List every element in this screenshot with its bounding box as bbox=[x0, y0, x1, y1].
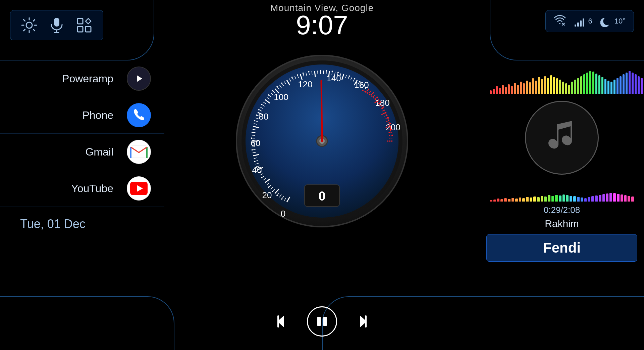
svg-point-110 bbox=[303, 73, 304, 74]
app-item-poweramp[interactable]: Poweramp bbox=[0, 60, 164, 97]
youtube-icon bbox=[127, 176, 151, 201]
app-label-youtube: YouTube bbox=[20, 182, 113, 195]
svg-point-138 bbox=[359, 81, 361, 82]
left-sidebar: Poweramp Phone Gmail bbox=[0, 60, 164, 350]
app-item-phone[interactable]: Phone bbox=[0, 97, 164, 134]
svg-point-68 bbox=[251, 137, 252, 139]
svg-point-163 bbox=[389, 123, 391, 124]
svg-point-82 bbox=[258, 109, 260, 111]
poweramp-icon bbox=[127, 67, 151, 91]
svg-point-51 bbox=[258, 172, 260, 173]
svg-line-115 bbox=[315, 71, 315, 77]
svg-point-132 bbox=[348, 75, 350, 77]
svg-point-93 bbox=[272, 90, 273, 91]
app-label-gmail: Gmail bbox=[20, 146, 113, 158]
app-item-gmail[interactable]: Gmail bbox=[0, 134, 164, 170]
svg-rect-178 bbox=[317, 317, 321, 326]
song-title-display[interactable]: Fendi bbox=[486, 234, 637, 262]
speedometer-svg: 0 20 40 60 80 100 120 140 160 180 200 0 bbox=[235, 54, 409, 228]
svg-marker-13 bbox=[137, 75, 142, 82]
svg-line-116 bbox=[318, 71, 318, 74]
svg-point-62 bbox=[252, 149, 253, 150]
svg-point-155 bbox=[383, 106, 384, 108]
svg-rect-179 bbox=[323, 317, 327, 326]
date-container: Tue, 01 Dec bbox=[0, 207, 164, 238]
svg-point-57 bbox=[254, 161, 255, 162]
gmail-icon bbox=[127, 140, 151, 164]
svg-point-169 bbox=[391, 134, 393, 136]
svg-point-107 bbox=[297, 74, 298, 76]
media-controls bbox=[275, 306, 369, 337]
top-header: Mountain View, Google 9:07 bbox=[0, 0, 644, 39]
svg-point-118 bbox=[320, 70, 321, 71]
progress-display: 0:29/2:08 bbox=[544, 205, 580, 215]
svg-point-40 bbox=[272, 191, 273, 192]
svg-rect-177 bbox=[277, 315, 279, 327]
equalizer-lower bbox=[486, 181, 637, 202]
next-track-button[interactable] bbox=[351, 312, 369, 331]
svg-text:0: 0 bbox=[281, 209, 285, 219]
svg-point-127 bbox=[337, 72, 339, 73]
app-label-phone: Phone bbox=[20, 109, 113, 122]
svg-point-121 bbox=[326, 70, 327, 71]
music-album-art[interactable] bbox=[525, 101, 599, 175]
svg-text:60: 60 bbox=[251, 138, 261, 148]
svg-rect-14 bbox=[131, 146, 147, 158]
app-label-poweramp: Poweramp bbox=[20, 73, 113, 85]
svg-point-152 bbox=[380, 101, 381, 103]
svg-point-113 bbox=[308, 71, 310, 73]
svg-point-149 bbox=[377, 97, 378, 98]
svg-point-99 bbox=[281, 83, 282, 84]
svg-point-54 bbox=[256, 166, 257, 168]
phone-icon bbox=[127, 103, 151, 127]
equalizer-upper bbox=[486, 64, 637, 94]
svg-point-85 bbox=[261, 104, 262, 105]
svg-point-34 bbox=[281, 198, 282, 200]
svg-line-63 bbox=[252, 147, 255, 147]
pause-button[interactable] bbox=[307, 306, 337, 337]
svg-point-37 bbox=[276, 195, 278, 196]
svg-line-69 bbox=[252, 135, 255, 135]
svg-point-90 bbox=[268, 94, 269, 96]
svg-point-141 bbox=[364, 84, 365, 86]
svg-rect-181 bbox=[365, 315, 367, 327]
svg-point-43 bbox=[268, 186, 269, 188]
speed-value: 0 bbox=[318, 189, 325, 203]
svg-text:100: 100 bbox=[274, 92, 288, 102]
clock-display: 9:07 bbox=[0, 12, 644, 39]
svg-point-76 bbox=[254, 120, 255, 121]
svg-text:180: 180 bbox=[375, 98, 389, 108]
svg-line-174 bbox=[321, 81, 322, 141]
svg-point-135 bbox=[354, 78, 355, 79]
svg-point-104 bbox=[291, 77, 293, 78]
svg-point-146 bbox=[373, 92, 374, 93]
svg-point-166 bbox=[391, 129, 392, 130]
svg-point-65 bbox=[251, 143, 252, 145]
app-item-youtube[interactable]: YouTube bbox=[0, 170, 164, 207]
svg-text:40: 40 bbox=[252, 165, 262, 175]
speedometer-container: 0 20 40 60 80 100 120 140 160 180 200 0 bbox=[235, 54, 409, 228]
date-display: Tue, 01 Dec bbox=[20, 217, 86, 231]
svg-point-124 bbox=[332, 71, 333, 72]
right-panel: 0:29/2:08 Rakhim Fendi bbox=[480, 60, 644, 350]
artist-display: Rakhim bbox=[545, 218, 579, 229]
svg-point-79 bbox=[256, 115, 257, 116]
svg-point-96 bbox=[276, 86, 278, 87]
svg-text:20: 20 bbox=[262, 190, 272, 200]
svg-text:120: 120 bbox=[298, 79, 312, 89]
svg-line-122 bbox=[329, 71, 329, 77]
svg-point-48 bbox=[261, 177, 262, 178]
prev-track-button[interactable] bbox=[275, 312, 293, 331]
svg-point-71 bbox=[252, 132, 253, 133]
